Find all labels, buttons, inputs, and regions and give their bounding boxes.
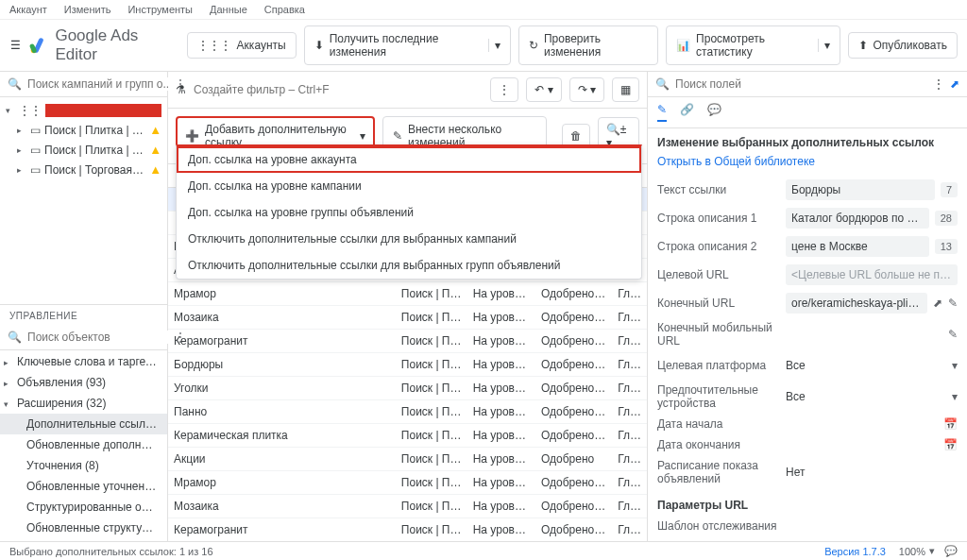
object-item[interactable]: Структурированные описан... [0, 497, 167, 518]
object-item[interactable]: Дополнительные ссылки ... ⬈ [0, 414, 167, 434]
filter-bar: ⚗ ⋮ ↶ ▾ ↷ ▾ ▦ [168, 72, 647, 109]
table-row[interactable]: МозаикаПоиск | Плитк...На уровне ка...Од… [168, 306, 647, 330]
edit-panel: Изменение выбранных дополнительных ссыло… [648, 128, 967, 549]
zoom-dropdown-icon[interactable]: ▾ [929, 545, 935, 549]
field-row: Расписание показа объявленийНет [657, 455, 958, 489]
field-row: Строка описания 2цене в Москве13 [657, 232, 958, 261]
campaign-search-input[interactable] [27, 77, 169, 91]
menu-Данные[interactable]: Данные [210, 4, 247, 15]
pencil-icon[interactable]: ✎ [948, 297, 958, 310]
url-params-heading: Параметры URL [657, 499, 958, 512]
menu-Аккаунт[interactable]: Аккаунт [9, 4, 47, 15]
open-icon[interactable]: ⬈ [933, 297, 942, 310]
field-value[interactable]: <Целевые URL больше не подде... [786, 264, 958, 285]
calendar-icon[interactable]: 📅 [943, 417, 958, 431]
tab-comment[interactable]: 💬 [707, 103, 721, 122]
check-changes-button[interactable]: ↻Проверить изменения [518, 25, 658, 65]
app-logo: Google Ads Editor [29, 26, 172, 64]
filter-icon[interactable]: ⚗ [176, 83, 186, 96]
dropdown-item[interactable]: Доп. ссылка на уровне аккаунта [177, 146, 641, 173]
selection-status: Выбрано дополнительных ссылок: 1 из 16 [9, 546, 213, 550]
table-row[interactable]: КерамогранитПоиск | Плитк...На уровне ка… [168, 518, 647, 542]
campaign-item[interactable]: ▸▭Поиск | Торговая компа...▲ [0, 160, 167, 179]
field-value[interactable]: Бордюры [786, 179, 935, 200]
search-icon: 🔍 [8, 331, 22, 344]
undo-button[interactable]: ↶ ▾ [526, 77, 561, 102]
campaign-search[interactable]: 🔍 ⋮ [0, 72, 167, 97]
get-changes-button[interactable]: ⬇Получить последние изменения▾ [304, 25, 511, 65]
chevron-down-icon[interactable]: ▾ [952, 359, 958, 372]
accounts-button[interactable]: ⋮⋮⋮Аккаунты [187, 32, 297, 59]
open-library-link[interactable]: Открыть в Общей библиотеке [657, 155, 958, 168]
field-value[interactable] [786, 331, 942, 338]
table-row[interactable]: МраморПоиск | Плитк...На уровне ка...Одо… [168, 282, 647, 306]
dropdown-item[interactable]: Доп. ссылка на уровне кампании [177, 173, 641, 199]
filter-more-button[interactable]: ⋮ [490, 77, 518, 102]
calendar-icon[interactable]: 📅 [943, 438, 958, 451]
hamburger-icon[interactable]: ☰ [9, 39, 22, 52]
object-item[interactable]: ▸Ключевые слова и таргетин... ▲ [0, 350, 167, 372]
popout-icon[interactable]: ⬈ [950, 77, 959, 91]
object-item[interactable]: ▸Объявления (93) [0, 372, 167, 393]
field-value[interactable] [786, 420, 938, 428]
pencil-icon[interactable]: ✎ [948, 328, 958, 341]
tab-edit[interactable]: ✎ [657, 103, 667, 122]
dropdown-item[interactable]: Отключить дополнительные ссылки для выбр… [177, 252, 641, 279]
field-search-input[interactable] [675, 77, 927, 91]
table-row[interactable]: КерамогранитПоиск | Плитк...На уровне ка… [168, 330, 647, 353]
menu-Справка[interactable]: Справка [264, 4, 305, 15]
table-row[interactable]: УголкиПоиск | Плитк...На уровне ка...Одо… [168, 377, 647, 400]
field-value[interactable] [786, 522, 958, 530]
campaign-item[interactable]: ▸▭Поиск | Плитка | Размер...▲ [0, 140, 167, 160]
object-search-input[interactable] [27, 331, 169, 344]
field-value[interactable]: Нет [786, 462, 958, 483]
table-row[interactable]: ПанноПоиск | Плитк...На уровне ка...Одоб… [168, 400, 647, 424]
object-item[interactable]: ▾Расширения (32) [0, 393, 167, 414]
publish-button[interactable]: ⬆Опубликовать [848, 32, 958, 59]
dropdown-item[interactable]: Доп. ссылка на уровне группы объявлений [177, 199, 641, 226]
table-row[interactable]: АкцииПоиск | Плитк...На уровне ка...Одоб… [168, 448, 647, 471]
version-link[interactable]: Версия 1.7.3 [824, 546, 886, 550]
object-search[interactable]: 🔍 ⋮ [0, 325, 167, 350]
menu-Инструменты[interactable]: Инструменты [127, 4, 193, 15]
columns-button[interactable]: ▦ [612, 77, 639, 102]
field-value[interactable]: ore/keramicheskaya-plitka/bordyury [786, 293, 927, 314]
field-row: Дата окончания📅 [657, 434, 958, 455]
object-item[interactable]: Обновленные дополнительн... [0, 434, 167, 455]
object-list: ▸Ключевые слова и таргетин... ▲▸Объявлен… [0, 350, 167, 550]
view-stats-button[interactable]: 📊Просмотреть статистику▾ [666, 25, 840, 65]
more-icon[interactable]: ⋮ [933, 77, 944, 91]
dropdown-item[interactable]: Отключить дополнительные ссылки для выбр… [177, 226, 641, 252]
tab-link[interactable]: 🔗 [680, 103, 694, 122]
chevron-down-icon[interactable]: ▾ [952, 390, 958, 403]
table-row[interactable]: МозаикаПоиск | Плитк...На уровне ка...Од… [168, 495, 647, 518]
field-row: Дата начала📅 [657, 414, 958, 434]
table-row[interactable]: МраморПоиск | Плитк...На уровне ка...Одо… [168, 471, 647, 495]
zoom-level[interactable]: 100% [899, 546, 925, 550]
feedback-icon[interactable]: 💬 [944, 545, 958, 549]
app-title: Google Ads Editor [55, 26, 171, 64]
field-value[interactable] [786, 441, 938, 449]
field-row: Конечный мобильный URL✎ [657, 317, 958, 351]
add-dropdown: Доп. ссылка на уровне аккаунтаДоп. ссылк… [176, 144, 642, 280]
field-value[interactable]: цене в Москве [786, 236, 929, 257]
status-bar: Выбрано дополнительных ссылок: 1 из 16 В… [0, 541, 967, 549]
table-row[interactable]: Керамическая плиткаПоиск | Плитк...На ур… [168, 424, 647, 448]
left-sidebar: 🔍 ⋮ ▾⋮⋮ ▸▭Поиск | Плитка | Динам...▲▸▭По… [0, 72, 168, 549]
field-value[interactable]: Все [786, 386, 946, 407]
object-item[interactable]: Уточнения (8) [0, 455, 167, 476]
table-row[interactable]: БордюрыПоиск | Плитк...На уровне ка...Од… [168, 353, 647, 377]
campaign-tree: ▾⋮⋮ ▸▭Поиск | Плитка | Динам...▲▸▭Поиск … [0, 97, 167, 304]
management-label: УПРАВЛЕНИЕ [0, 304, 167, 325]
filter-input[interactable] [194, 83, 483, 96]
object-item[interactable]: Обновленные структурирова... [0, 518, 167, 538]
redo-button[interactable]: ↷ ▾ [569, 77, 604, 102]
object-item[interactable]: Обновленные уточнения (0) [0, 476, 167, 497]
field-value[interactable]: Все [786, 355, 946, 376]
menu-Изменить[interactable]: Изменить [64, 4, 111, 15]
account-root[interactable]: ▾⋮⋮ [0, 101, 167, 120]
campaign-item[interactable]: ▸▭Поиск | Плитка | Динам...▲ [0, 120, 167, 140]
field-search[interactable]: 🔍 ⋮ ⬈ [648, 72, 967, 97]
field-row: Предпочтительные устройстваВсе▾ [657, 380, 958, 414]
field-value[interactable]: Каталог бордюров по выгодной [786, 208, 929, 229]
